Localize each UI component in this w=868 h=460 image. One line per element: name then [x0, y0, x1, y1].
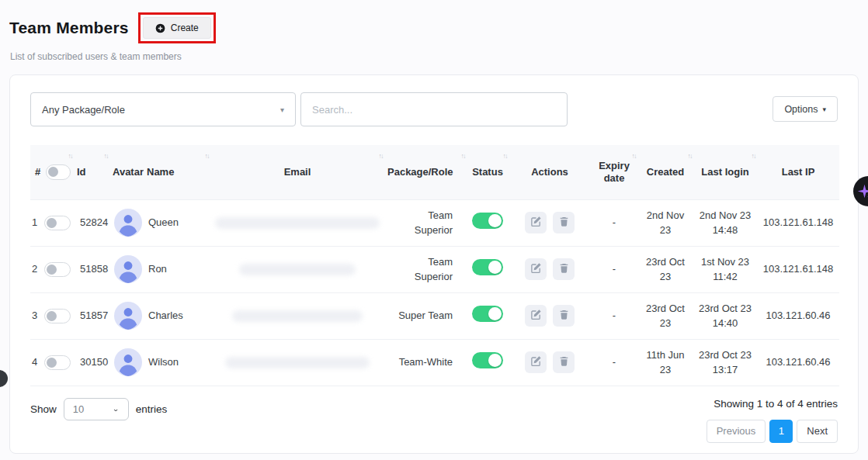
sort-icon[interactable]: ↑↓: [688, 152, 693, 161]
select-all-toggle[interactable]: [46, 164, 71, 180]
status-cell: [467, 199, 509, 246]
left-edge-handle[interactable]: [0, 370, 8, 387]
caret-down-icon: ▾: [822, 105, 826, 113]
created-cell: 2nd Nov 23: [637, 199, 693, 246]
trash-icon: [559, 309, 569, 323]
created-date: 2nd Nov 23: [647, 209, 684, 237]
member-email-cell: [210, 339, 384, 386]
member-email-cell: [210, 292, 384, 339]
redacted-email: [239, 264, 356, 275]
member-id-cell: 30150: [74, 339, 109, 386]
trash-icon: [559, 355, 569, 369]
pagination-page-1-button[interactable]: 1: [769, 420, 793, 443]
expiry-date: -: [613, 263, 616, 275]
status-toggle[interactable]: [472, 352, 503, 368]
created-cell: 23rd Oct 23: [637, 246, 693, 292]
member-name-cell: Wilson: [144, 339, 210, 386]
column-header-[interactable]: #↑↓: [30, 145, 74, 199]
avatar-cell: [109, 199, 144, 246]
member-name-cell: Queen: [144, 199, 210, 246]
sort-icon[interactable]: ↑↓: [379, 152, 384, 161]
edit-button[interactable]: [525, 305, 547, 327]
delete-button[interactable]: [553, 305, 575, 327]
filter-row: Any Package/Role ▾ Options ▾: [30, 92, 838, 126]
column-header-expiry-date[interactable]: Expiry date↑↓: [591, 145, 637, 199]
create-button[interactable]: Create: [143, 17, 211, 39]
member-id: 52824: [80, 216, 108, 228]
table-row: 351857CharlesSuper Team-23rd Oct 2323rd …: [30, 292, 839, 339]
sort-icon[interactable]: ↑↓: [752, 152, 756, 161]
status-toggle[interactable]: [472, 259, 503, 275]
row-select-toggle[interactable]: [44, 262, 71, 277]
column-header-package-role[interactable]: Package/Role↑↓: [384, 145, 467, 199]
last-ip: 103.121.60.46: [766, 356, 830, 368]
page-size-select[interactable]: 10 ⌄: [64, 398, 129, 420]
column-header-name[interactable]: Name↑↓: [144, 145, 210, 199]
delete-button[interactable]: [553, 258, 575, 280]
package-role-filter-select[interactable]: Any Package/Role ▾: [30, 92, 296, 126]
last-ip-cell: 103.121.61.148: [757, 199, 839, 246]
search-input[interactable]: [300, 92, 568, 126]
showing-entries-text: Showing 1 to 4 of 4 entries: [713, 398, 838, 410]
avatar-cell: [109, 246, 144, 292]
expiry-date-cell: -: [591, 246, 637, 292]
sort-icon[interactable]: ↑↓: [632, 152, 637, 161]
team-members-card: Any Package/Role ▾ Options ▾ #↑↓Id↑↓Avat…: [9, 74, 859, 454]
column-header-label: Last login: [701, 166, 748, 178]
edit-button[interactable]: [525, 212, 547, 233]
column-header-id[interactable]: Id↑↓: [74, 145, 109, 199]
member-name-cell: Ron: [144, 246, 210, 292]
package-role: Team Superior: [415, 256, 453, 283]
row-select-toggle[interactable]: [44, 216, 71, 230]
last-ip-cell: 103.121.60.46: [757, 339, 839, 386]
actions-cell: [509, 292, 591, 339]
show-label: Show: [30, 403, 57, 415]
edit-icon: [530, 216, 542, 230]
last-login: 23rd Oct 23 13:17: [699, 349, 752, 376]
member-name: Charles: [148, 310, 183, 321]
column-header-label: Package/Role: [387, 166, 453, 178]
last-login-cell: 2nd Nov 23 14:48: [693, 199, 757, 246]
delete-button[interactable]: [553, 351, 575, 373]
column-header-label: Id: [77, 166, 86, 178]
table-footer: Show 10 ⌄ entries Showing 1 to 4 of 4 en…: [30, 398, 838, 443]
status-toggle[interactable]: [472, 306, 503, 322]
column-header-label: Email: [284, 166, 311, 178]
edit-button[interactable]: [525, 351, 547, 373]
sort-icon[interactable]: ↑↓: [68, 152, 73, 161]
redacted-email: [225, 357, 370, 368]
member-name: Ron: [148, 263, 167, 275]
status-toggle[interactable]: [472, 213, 503, 229]
delete-button[interactable]: [553, 212, 575, 233]
actions-cell: [509, 199, 591, 246]
row-select-toggle[interactable]: [44, 309, 71, 323]
created-cell: 11th Jun 23: [637, 339, 693, 386]
sort-icon[interactable]: ↑↓: [503, 152, 508, 161]
package-role: Team Superior: [415, 209, 453, 237]
pagination-previous-button[interactable]: Previous: [707, 420, 766, 443]
chevron-down-icon: ⌄: [113, 405, 120, 413]
row-select-toggle[interactable]: [44, 355, 71, 370]
sort-icon[interactable]: ↑↓: [104, 152, 109, 161]
column-header-label: Expiry date: [599, 160, 630, 184]
pagination-next-button[interactable]: Next: [797, 420, 838, 443]
page-title: Team Members: [9, 19, 129, 37]
column-header-email[interactable]: Email↑↓: [210, 145, 384, 199]
sort-icon[interactable]: ↑↓: [461, 152, 466, 161]
row-index-cell: 2: [30, 246, 74, 292]
edit-icon: [530, 262, 542, 276]
member-id-cell: 51857: [74, 292, 109, 339]
column-header-label: Created: [647, 166, 684, 178]
table-row: 430150WilsonTeam-White-11th Jun 2323rd O…: [30, 339, 839, 386]
sort-icon[interactable]: ↑↓: [205, 152, 210, 161]
edit-button[interactable]: [525, 258, 547, 280]
last-ip-cell: 103.121.60.46: [757, 292, 839, 339]
column-header-status[interactable]: Status↑↓: [467, 145, 509, 199]
package-role-cell: Team Superior: [384, 246, 467, 292]
package-role-filter-value: Any Package/Role: [42, 104, 125, 116]
column-header-created[interactable]: Created↑↓: [637, 145, 693, 199]
row-index-cell: 3: [30, 292, 74, 339]
options-button[interactable]: Options ▾: [773, 96, 838, 122]
column-header-last-login[interactable]: Last login↑↓: [693, 145, 757, 199]
package-role: Super Team: [398, 310, 453, 321]
